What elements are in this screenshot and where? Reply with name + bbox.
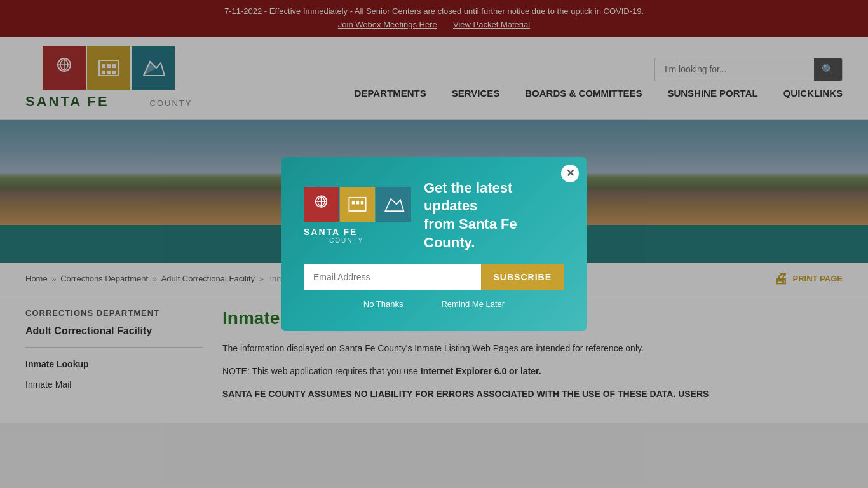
modal-logo-text: SANTA FE — [304, 227, 411, 237]
modal-tagline-line1: Get the latest updates — [424, 179, 564, 215]
modal-actions: No Thanks Remind Me Later — [304, 299, 564, 309]
modal-close-button[interactable]: ✕ — [561, 165, 579, 182]
svg-rect-19 — [356, 201, 359, 204]
modal-logo-icons — [304, 187, 411, 222]
modal-overlay: ✕ — [0, 0, 868, 423]
svg-rect-20 — [361, 201, 363, 204]
modal-form: SUBSCRIBE — [304, 264, 564, 290]
modal-logo-wrapper: SANTA FE COUNTY Get the latest updates f… — [304, 179, 564, 252]
svg-marker-21 — [385, 199, 403, 211]
modal-logo-county: COUNTY — [329, 237, 411, 244]
svg-rect-18 — [352, 201, 355, 204]
modal-no-thanks[interactable]: No Thanks — [363, 299, 403, 309]
modal-icon-gold — [340, 187, 375, 222]
modal-tagline: Get the latest updates from Santa Fe Cou… — [424, 179, 564, 252]
modal-icon-red — [304, 187, 339, 222]
modal-tagline-line2: from Santa Fe County. — [424, 215, 564, 252]
modal-icon-teal — [376, 187, 411, 222]
modal-email-input[interactable] — [304, 264, 481, 290]
modal-logo: SANTA FE COUNTY — [304, 187, 411, 244]
modal: ✕ — [281, 157, 587, 331]
modal-subscribe-button[interactable]: SUBSCRIBE — [481, 264, 564, 290]
modal-remind-later[interactable]: Remind Me Later — [441, 299, 505, 309]
